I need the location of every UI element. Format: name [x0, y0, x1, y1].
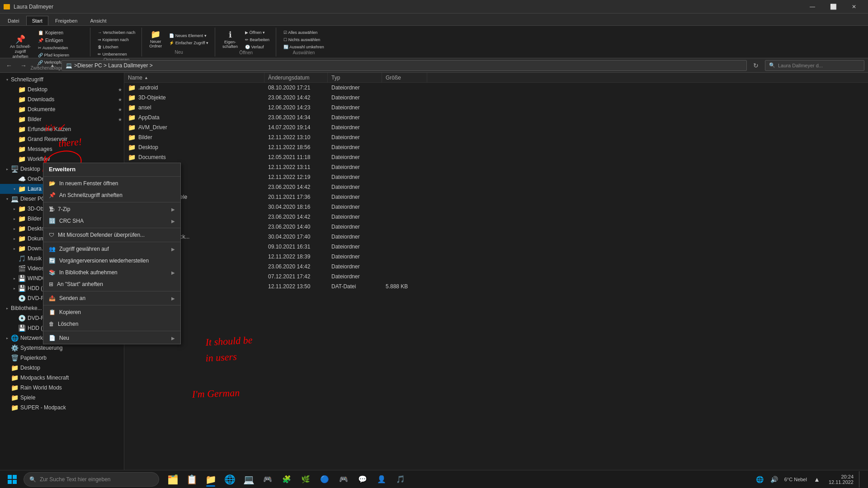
file-row-downloads[interactable]: 📥Downloads 12.11.2022 12:19 Dateiordner — [124, 172, 868, 182]
sidebar-section-schnellzugriff[interactable]: ▾ Schnellzugriff — [0, 75, 124, 84]
file-row[interactable]: 📁Documents 12.05.2021 11:18 Dateiordner — [124, 152, 868, 162]
col-header-size[interactable]: Größe — [382, 73, 427, 82]
taskbar-search-box[interactable]: 🔍 Zur Suche Text hier eingeben — [24, 472, 159, 487]
taskbar-app-discord[interactable]: 💬 — [354, 471, 372, 488]
file-row[interactable]: 📁Links 23.06.2020 14:40 Dateiordner — [124, 222, 868, 232]
tab-start[interactable]: Start — [26, 16, 48, 25]
col-header-date[interactable]: Änderungsdatum — [264, 73, 328, 82]
taskbar-app-5[interactable]: 💻 — [240, 471, 258, 488]
taskbar-app-edge[interactable]: 🌐 — [221, 471, 239, 488]
rename-button[interactable]: ✏ Umbenennen — [95, 51, 138, 57]
weather-widget[interactable]: 6°C Nebel — [783, 477, 809, 482]
sidebar-item-bilder-quick[interactable]: 📁 Bilder ★ — [0, 114, 124, 124]
ctx-pin-start[interactable]: ⊞ An "Start" anheften — [43, 278, 180, 290]
taskbar-app-1[interactable]: 🗂️ — [164, 471, 182, 488]
paste-button[interactable]: 📌 Einfügen — [35, 37, 86, 44]
taskbar-app-6[interactable]: 🎮 — [259, 471, 277, 488]
show-hidden-icons[interactable]: ▲ — [811, 471, 823, 488]
ctx-pin-quick[interactable]: 📌 An Schnellzugriff anheften — [43, 189, 180, 201]
recent-locations-button[interactable]: ▲ — [47, 60, 58, 71]
ctx-7zip[interactable]: 🗜 7-Zip ▶ — [43, 203, 180, 215]
network-status-icon[interactable]: 🌐 — [754, 471, 766, 488]
file-row[interactable]: 📁Desktop 12.11.2022 18:56 Dateiordner — [124, 142, 868, 152]
file-row[interactable]: 📁AppData 23.06.2020 14:34 Dateiordner — [124, 113, 868, 122]
file-row[interactable]: 🎬Videos 07.12.2021 17:42 Dateiordner — [124, 272, 868, 282]
file-row[interactable]: 📁3D-Objekte 23.06.2020 14:42 Dateiordner — [124, 93, 868, 103]
file-row[interactable]: ⭐Favoriten 23.06.2020 14:42 Dateiordner — [124, 182, 868, 192]
forward-button[interactable]: → — [18, 60, 29, 71]
file-row[interactable]: 📁AVM_Driver 14.07.2020 19:14 Dateiordner — [124, 122, 868, 132]
ctx-copy[interactable]: 📋 Kopieren — [43, 306, 180, 318]
sidebar-item-dokumente-quick[interactable]: 📁 Dokumente ★ — [0, 104, 124, 114]
file-row[interactable]: 📁Intel 30.04.2020 18:16 Dateiordner — [124, 202, 868, 212]
ctx-open-new-window[interactable]: 📂 In neuem Fenster öffnen — [43, 178, 180, 189]
back-button[interactable]: ← — [4, 60, 14, 71]
copy-to-button[interactable]: ⇒ Kopieren nach — [95, 37, 138, 43]
ctx-new[interactable]: 📄 Neu ▶ — [43, 332, 180, 344]
history-button[interactable]: 🕐 Verlauf — [242, 44, 272, 50]
ctx-library[interactable]: 📚 In Bibliothek aufnehmen ▶ — [43, 267, 180, 278]
file-row-ntuser[interactable]: 📄NTUSER 12.11.2022 13:50 DAT-Datei 5.888… — [124, 282, 868, 291]
tab-datei[interactable]: Datei — [2, 16, 25, 25]
col-header-type[interactable]: Typ — [328, 73, 382, 82]
taskbar-app-10[interactable]: 👤 — [373, 471, 391, 488]
sidebar-item-grand[interactable]: 📁 Grand Reservoir — [0, 134, 124, 144]
taskbar-app-steam[interactable]: 🎮 — [335, 471, 353, 488]
refresh-button[interactable]: ↻ — [750, 60, 761, 71]
copy-button[interactable]: 📋 Kopieren — [35, 29, 86, 36]
file-row[interactable]: 📁.android 08.10.2020 17:21 Dateiordner — [124, 83, 868, 93]
system-clock[interactable]: 20:24 12.11.2022 — [825, 474, 857, 485]
file-row[interactable]: 📁Gespeicherte Spiele 20.11.2021 17:36 Da… — [124, 192, 868, 202]
up-button[interactable]: ↑ — [33, 60, 43, 71]
file-row[interactable]: 📁Dokumente 12.11.2022 13:11 Dateiordner — [124, 162, 868, 172]
ctx-defender[interactable]: 🛡 Mit Microsoft Defender überprüfen... — [43, 229, 180, 241]
start-button[interactable] — [2, 471, 23, 488]
new-item-button[interactable]: 📄 Neues Element ▾ — [166, 33, 211, 39]
sidebar-item-super[interactable]: 📁 SUPER - Modpack — [0, 403, 124, 413]
maximize-button[interactable]: ⬜ — [823, 0, 844, 14]
file-row[interactable]: 📁Kontakte 23.06.2020 14:42 Dateiordner — [124, 212, 868, 222]
sidebar-item-modpacks[interactable]: 📁 Modpacks Minecraft — [0, 373, 124, 383]
ctx-delete[interactable]: 🗑 Löschen — [43, 318, 180, 330]
ctx-crc[interactable]: 🔢 CRC SHA ▶ — [43, 215, 180, 227]
properties-button[interactable]: ℹ Eigen-schaften — [220, 30, 241, 50]
edit-button[interactable]: ✏ Bearbeiten — [242, 37, 272, 43]
quick-access-button[interactable]: 📌 An Schnell-zugriffanheften — [7, 34, 33, 60]
search-box[interactable]: 🔍 Laura Dallmeyer d... — [765, 60, 864, 71]
taskbar-app-chrome[interactable]: 🔵 — [316, 471, 334, 488]
file-row[interactable]: 📁Bilder 12.11.2022 13:10 Dateiordner — [124, 132, 868, 142]
taskbar-app-11[interactable]: 🎵 — [392, 471, 410, 488]
tab-ansicht[interactable]: Ansicht — [84, 16, 112, 25]
ctx-restore[interactable]: 🔄 Vorgängerversionen wiederherstellen — [43, 255, 180, 267]
ctx-access[interactable]: 👥 Zugriff gewähren auf ▶ — [43, 243, 180, 255]
col-header-name[interactable]: Name ▲ — [124, 73, 264, 82]
minimize-button[interactable]: — — [802, 0, 823, 14]
new-folder-button[interactable]: 📁 NeuerOrdner — [146, 29, 165, 49]
taskbar-app-2[interactable]: 📋 — [183, 471, 201, 488]
file-row[interactable]: 📁ansel 12.06.2020 14:23 Dateiordner — [124, 103, 868, 113]
delete-button[interactable]: 🗑 Löschen — [95, 44, 138, 50]
sidebar-item-messages[interactable]: 📁 Messages — [0, 144, 124, 154]
sidebar-item-papierkorb[interactable]: 🗑️ Papierkorb — [0, 353, 124, 363]
sidebar-item-erfundene[interactable]: 📁 Erfundene Katzen — [0, 124, 124, 134]
copy-path-button[interactable]: 🔗 Pfad kopieren — [35, 52, 86, 58]
show-desktop-button[interactable] — [859, 471, 863, 488]
file-row[interactable]: 📁MicrosoftEdgeBack... 30.04.2020 17:40 D… — [124, 232, 868, 242]
file-row[interactable]: 📁Suchvorgänge 23.06.2020 14:42 Dateiordn… — [124, 262, 868, 272]
file-row[interactable]: 🎵Musik 09.10.2021 16:31 Dateiordner — [124, 242, 868, 252]
sidebar-item-rain[interactable]: 📁 Rain World Mods — [0, 383, 124, 393]
invert-select-button[interactable]: 🔄 Auswahl umkehren — [281, 44, 327, 50]
select-none-button[interactable]: ☐ Nichts auswählen — [281, 37, 327, 43]
open-button[interactable]: ▶ Öffnen ▾ — [242, 29, 272, 36]
close-button[interactable]: ✕ — [844, 0, 864, 14]
ctx-send-to[interactable]: 📤 Senden an ▶ — [43, 292, 180, 304]
tab-freigeben[interactable]: Freigeben — [49, 16, 84, 25]
taskbar-app-8[interactable]: 🌿 — [297, 471, 315, 488]
select-all-button[interactable]: ☑ Alles auswählen — [281, 29, 327, 36]
move-button[interactable]: → Verschieben nach — [95, 29, 138, 36]
address-path[interactable]: 💻 > Dieser PC > Laura Dallmeyer > — [61, 60, 747, 71]
file-row[interactable]: ☁️OneDrive 12.11.2022 18:39 Dateiordner — [124, 252, 868, 262]
volume-icon[interactable]: 🔊 — [768, 471, 781, 488]
sidebar-item-systemsteuerung[interactable]: ⚙️ Systemsteuerung — [0, 343, 124, 353]
cut-button[interactable]: ✂ Ausschneiden — [35, 45, 71, 51]
